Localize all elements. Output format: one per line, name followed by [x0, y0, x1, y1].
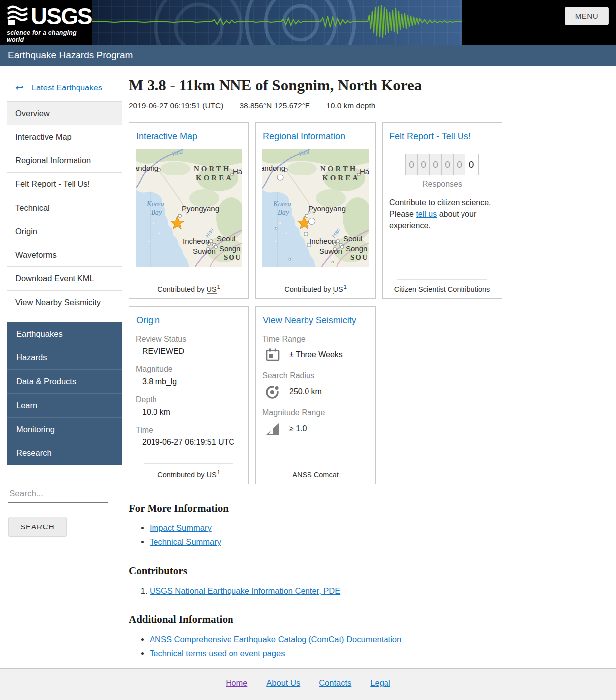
magnitude-range-label: Magnitude Range	[262, 408, 369, 417]
search-input[interactable]	[8, 487, 108, 503]
contributed-by-text: Contributed by	[157, 471, 204, 479]
footnote-marker: 1	[217, 469, 220, 475]
additional-information-heading: Additional Information	[129, 613, 609, 626]
search-radius-label: Search Radius	[262, 371, 369, 380]
felt-report-link[interactable]: Felt Report - Tell Us!	[389, 131, 471, 142]
comcat-documentation-link[interactable]: ANSS Comprehensive Earthquake Catalog (C…	[150, 635, 401, 644]
contributed-by-text: Contributed by	[284, 285, 331, 293]
counter-digit: 0	[406, 154, 418, 175]
time-label: Time	[136, 426, 242, 435]
menu-item-research[interactable]: Research	[7, 441, 122, 465]
interactive-map-link[interactable]: Interactive Map	[136, 131, 197, 142]
magnitude-label: Magnitude	[136, 365, 242, 374]
page-footer: Home About Us Contacts Legal	[0, 668, 616, 700]
counter-digit: 0	[442, 154, 454, 175]
usgs-wave-icon	[7, 4, 28, 28]
footnote-marker: 1	[217, 284, 220, 290]
search-radius-value: 250.0 km	[289, 387, 322, 396]
menu-item-earthquakes[interactable]: Earthquakes	[7, 322, 122, 346]
felt-report-prompt: Contribute to citizen science. Please te…	[389, 197, 495, 232]
card-footer: Contributed by US1	[136, 278, 242, 293]
seismograph-banner-image	[92, 0, 462, 45]
sidebar-item-regional-information[interactable]: Regional Information	[7, 149, 122, 172]
interactive-map-card: Interactive Map	[129, 122, 249, 299]
event-coordinates: 38.856°N 125.672°E	[239, 101, 310, 110]
contributors-heading: Contributors	[129, 565, 609, 577]
impact-summary-link[interactable]: Impact Summary	[150, 524, 212, 532]
footer-about-us-link[interactable]: About Us	[266, 678, 300, 688]
list-item: USGS National Earthquake Information Cen…	[150, 586, 609, 596]
depth-label: Depth	[136, 395, 242, 404]
list-item: Impact Summary	[150, 524, 609, 533]
card-footer: Contributed by US1	[262, 278, 369, 293]
sidebar-item-download-event-kml[interactable]: Download Event KML	[7, 267, 122, 290]
menu-button[interactable]: MENU	[565, 7, 609, 25]
card-footer: Citizen Scientist Contributions	[389, 279, 495, 293]
event-meta: 2019-06-27 06:19:51 (UTC) 38.856°N 125.6…	[129, 100, 609, 111]
technical-terms-link[interactable]: Technical terms used on event pages	[150, 649, 285, 658]
view-nearby-seismicity-link[interactable]: View Nearby Seismicity	[263, 315, 356, 326]
depth-value: 10.0 km	[136, 408, 242, 417]
site-header: USGS science for a changing world MENU	[0, 0, 616, 45]
counter-digit: 0	[454, 154, 465, 175]
contributor-us-link[interactable]: US	[207, 285, 217, 294]
time-range-label: Time Range	[262, 335, 369, 344]
for-more-information-heading: For More Information	[129, 502, 609, 515]
sidebar: ↩ Latest Earthquakes Overview Interactiv…	[7, 75, 122, 537]
usgs-tagline: science for a changing world	[7, 29, 94, 43]
map-image	[136, 149, 242, 267]
usgs-logo[interactable]: USGS science for a changing world	[7, 4, 94, 41]
tell-us-link[interactable]: tell us	[416, 210, 437, 218]
review-status-value: REVIEWED	[136, 347, 242, 356]
origin-link[interactable]: Origin	[136, 315, 160, 326]
sidebar-item-view-nearby-seismicity[interactable]: View Nearby Seismicity	[7, 291, 122, 314]
time-range-value: ± Three Weeks	[289, 350, 343, 359]
main-content: M 3.8 - 11km NNE of Songnim, North Korea…	[129, 75, 609, 682]
sidebar-item-technical[interactable]: Technical	[7, 196, 122, 220]
counter-digit: 0	[465, 154, 477, 175]
search-button[interactable]: SEARCH	[8, 517, 67, 537]
sidebar-item-origin[interactable]: Origin	[7, 220, 122, 243]
technical-summary-link[interactable]: Technical Summary	[150, 537, 221, 546]
menu-item-data-products[interactable]: Data & Products	[7, 369, 122, 393]
nearby-seismicity-card: View Nearby Seismicity Time Range ± Thre…	[255, 306, 376, 484]
magnitude-value: 3.8 mb_lg	[136, 377, 242, 386]
meta-separator	[231, 100, 231, 111]
origin-card: Origin Review Status REVIEWED Magnitude …	[129, 306, 249, 484]
magnitude-icon	[265, 421, 280, 436]
contributor-us-link[interactable]: US	[333, 285, 343, 294]
program-bar-title: Earthquake Hazards Program	[0, 45, 616, 66]
calendar-icon	[265, 348, 280, 362]
time-value: 2019-06-27 06:19:51 UTC	[136, 438, 242, 447]
card-footer: Contributed by US1	[136, 463, 242, 479]
back-to-latest-earthquakes-link[interactable]: ↩ Latest Earthquakes	[7, 75, 122, 101]
contributor-us-link[interactable]: US	[207, 471, 217, 479]
footer-home-link[interactable]: Home	[226, 678, 247, 688]
usgs-logo-text: USGS	[31, 5, 91, 28]
sidebar-item-waveforms[interactable]: Waveforms	[7, 243, 122, 266]
menu-item-hazards[interactable]: Hazards	[7, 346, 122, 369]
menu-item-learn[interactable]: Learn	[7, 393, 122, 417]
list-item: Technical Summary	[150, 537, 609, 547]
page-title: M 3.8 - 11km NNE of Songnim, North Korea	[129, 77, 609, 94]
meta-separator	[318, 100, 318, 111]
footnote-marker: 1	[344, 284, 347, 290]
event-datetime: 2019-06-27 06:19:51 (UTC)	[129, 101, 223, 110]
sidebar-item-felt-report[interactable]: Felt Report - Tell Us!	[7, 173, 122, 196]
magnitude-range-value: ≥ 1.0	[289, 424, 307, 433]
felt-report-card: Felt Report - Tell Us! 0 0 0 0 0 0 Respo…	[382, 122, 502, 299]
event-depth: 10.0 km depth	[326, 101, 375, 110]
sidebar-item-interactive-map[interactable]: Interactive Map	[7, 125, 122, 149]
review-status-label: Review Status	[136, 335, 242, 344]
sidebar-item-overview[interactable]: Overview	[7, 102, 122, 125]
footer-contacts-link[interactable]: Contacts	[319, 678, 351, 688]
counter-digit: 0	[430, 154, 442, 175]
neic-pde-link[interactable]: USGS National Earthquake Information Cen…	[150, 586, 340, 595]
counter-digit: 0	[418, 154, 430, 175]
regional-map-thumbnail[interactable]: Yalu andong NORTH KOREA Har Korea Bay Py…	[262, 149, 369, 267]
regional-information-link[interactable]: Regional Information	[263, 131, 345, 142]
back-arrow-icon: ↩	[15, 82, 24, 93]
footer-legal-link[interactable]: Legal	[370, 678, 390, 688]
interactive-map-thumbnail[interactable]: Yalu andong NORTH KOREA Har Korea Bay Py…	[136, 149, 242, 267]
menu-item-monitoring[interactable]: Monitoring	[7, 417, 122, 441]
